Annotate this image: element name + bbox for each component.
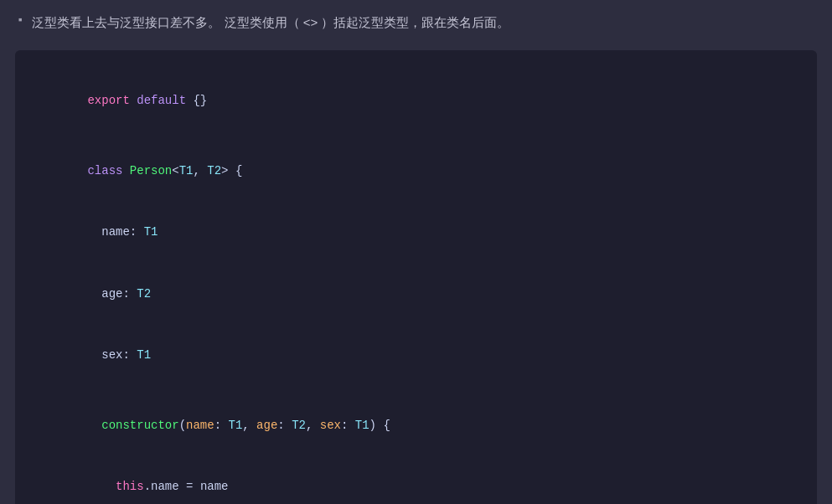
code-line-sex-prop: sex: T1 xyxy=(45,325,792,387)
comma1: , xyxy=(193,164,207,177)
this-kw-1: this xyxy=(116,480,144,493)
t1-type-name: T1 xyxy=(144,225,158,239)
param-name: name xyxy=(186,419,214,432)
comma3: , xyxy=(306,419,320,432)
colon2: : xyxy=(122,287,137,301)
paren1: ( xyxy=(179,419,186,432)
sex-prop: sex xyxy=(101,348,122,362)
gt: > { xyxy=(221,164,242,177)
default-keyword: default xyxy=(137,94,186,107)
comma2: , xyxy=(242,419,256,432)
lt: < xyxy=(172,164,178,177)
code-line-name-prop: name: T1 xyxy=(45,202,792,264)
code-line-this-name: this.name = name xyxy=(45,456,792,505)
indent2 xyxy=(87,287,101,301)
page-wrapper: ▪ 泛型类看上去与泛型接口差不多。 泛型类使用（ <> ）括起泛型类型，跟在类名… xyxy=(0,0,832,504)
param-sex: sex xyxy=(320,419,341,432)
sp xyxy=(122,164,129,177)
code-line-constructor: constructor(name: T1, age: T2, sex: T1) … xyxy=(45,394,792,456)
dot1: . xyxy=(144,480,151,493)
bullet-icon: ▪ xyxy=(17,13,23,27)
constructor-keyword: constructor xyxy=(101,419,178,432)
indent3 xyxy=(87,348,101,362)
this-name-prop: name xyxy=(151,480,179,493)
indent4 xyxy=(87,419,101,432)
class-keyword: class xyxy=(87,164,122,177)
class-name-person: Person xyxy=(130,164,172,177)
name-val: name xyxy=(200,480,229,493)
t2-type-age: T2 xyxy=(137,287,151,301)
indent5 xyxy=(87,480,116,493)
t2-param-type: T2 xyxy=(292,419,306,432)
space2: {} xyxy=(186,94,207,107)
export-keyword: export xyxy=(87,94,129,107)
intro-text: 泛型类看上去与泛型接口差不多。 泛型类使用（ <> ）括起泛型类型，跟在类名后面… xyxy=(32,12,509,33)
indent1 xyxy=(87,225,101,239)
blank-line-2 xyxy=(45,386,792,394)
t1-param: T1 xyxy=(179,164,194,177)
blank-line-1 xyxy=(45,131,792,140)
t2-param: T2 xyxy=(207,164,221,177)
param-age: age xyxy=(256,419,277,432)
colon4: : xyxy=(214,419,229,432)
code-line-export: export default {} xyxy=(45,70,792,132)
t1-sex-param-type: T1 xyxy=(355,419,369,432)
code-line-class: class Person<T1, T2> { xyxy=(45,140,792,202)
paren2: ) { xyxy=(369,419,390,432)
code-block: export default {} class Person<T1, T2> {… xyxy=(15,50,817,505)
t1-type-sex: T1 xyxy=(137,348,151,362)
space1 xyxy=(130,94,137,107)
intro-section: ▪ 泛型类看上去与泛型接口差不多。 泛型类使用（ <> ）括起泛型类型，跟在类名… xyxy=(0,0,832,45)
code-line-age-prop: age: T2 xyxy=(45,263,792,325)
colon1: : xyxy=(130,225,144,239)
eq1: = xyxy=(179,480,200,493)
t1-param-type: T1 xyxy=(228,419,242,432)
colon6: : xyxy=(341,419,355,432)
colon5: : xyxy=(277,419,292,432)
colon3: : xyxy=(122,348,137,362)
age-prop: age xyxy=(101,287,122,301)
name-prop: name xyxy=(101,225,130,239)
